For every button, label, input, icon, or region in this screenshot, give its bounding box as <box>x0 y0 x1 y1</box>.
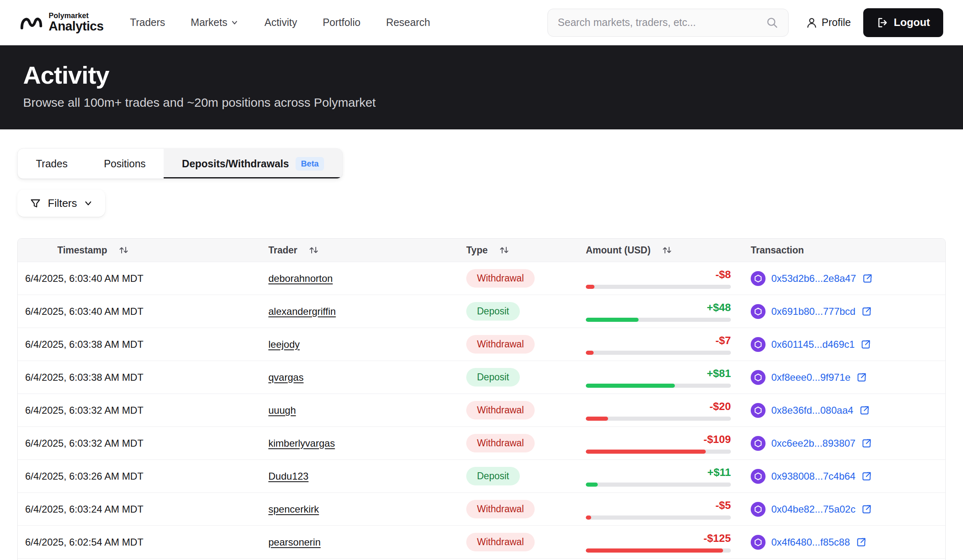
trader-link[interactable]: kimberlyvargas <box>268 438 335 449</box>
external-link-icon[interactable] <box>856 372 867 383</box>
type-badge: Withdrawal <box>466 533 535 551</box>
transaction-cell: 0x53d2b6...2e8a47 <box>751 271 945 286</box>
column-header-type[interactable]: Type <box>466 244 586 256</box>
external-link-icon[interactable] <box>859 405 870 416</box>
sort-icon[interactable] <box>308 244 319 256</box>
column-header-label: Trader <box>268 245 297 256</box>
type-badge: Withdrawal <box>466 500 535 518</box>
filters-button[interactable]: Filters <box>17 190 105 217</box>
nav-item-research[interactable]: Research <box>386 16 430 28</box>
amount-value: -$20 <box>586 400 731 413</box>
sort-icon[interactable] <box>498 244 510 256</box>
nav-item-label: Traders <box>130 16 165 28</box>
search-icon[interactable] <box>766 16 778 29</box>
amount-value: -$5 <box>586 499 731 512</box>
polygon-icon[interactable] <box>751 337 766 352</box>
table-row: 6/4/2025, 6:03:24 AM MDT spencerkirk Wit… <box>18 492 945 525</box>
timestamp-cell: 6/4/2025, 6:03:26 AM MDT <box>25 471 268 482</box>
profile-button[interactable]: Profile <box>806 16 851 28</box>
tab-deposits-withdrawals[interactable]: Deposits/Withdrawals Beta <box>164 149 342 178</box>
trader-link[interactable]: pearsonerin <box>268 537 321 548</box>
page-hero: Activity Browse all 100m+ trades and ~20… <box>0 45 963 129</box>
table-row: 6/4/2025, 6:02:54 AM MDT pearsonerin Wit… <box>18 525 945 558</box>
trader-cell: spencerkirk <box>268 504 466 515</box>
activity-tabs: Trades Positions Deposits/Withdrawals Be… <box>17 148 343 179</box>
polygon-icon[interactable] <box>751 370 766 385</box>
table-row: 6/4/2025, 6:03:32 AM MDT uuugh Withdrawa… <box>18 394 945 426</box>
nav-item-portfolio[interactable]: Portfolio <box>323 16 361 28</box>
transaction-link[interactable]: 0x8e36fd...080aa4 <box>771 405 853 416</box>
transaction-link[interactable]: 0x691b80...777bcd <box>771 306 855 317</box>
trader-link[interactable]: deborahnorton <box>268 273 333 284</box>
trader-link[interactable]: qvargas <box>268 372 303 383</box>
amount-value: +$48 <box>586 301 731 314</box>
type-badge: Withdrawal <box>466 269 535 288</box>
transaction-link[interactable]: 0x04be82...75a02c <box>771 504 855 515</box>
external-link-icon[interactable] <box>860 339 871 350</box>
trader-link[interactable]: alexandergriffin <box>268 306 336 317</box>
external-link-icon[interactable] <box>856 537 867 548</box>
transaction-link[interactable]: 0xf8eee0...9f971e <box>771 372 850 383</box>
type-badge: Deposit <box>466 467 520 485</box>
column-header-transaction[interactable]: Transaction <box>751 245 945 256</box>
transaction-link[interactable]: 0x938008...7c4b64 <box>771 471 855 482</box>
nav-item-activity[interactable]: Activity <box>264 16 297 28</box>
tab-positions[interactable]: Positions <box>86 149 164 178</box>
polygon-icon[interactable] <box>751 535 766 550</box>
amount-cell: +$48 <box>586 301 731 322</box>
transaction-cell: 0x8e36fd...080aa4 <box>751 403 945 418</box>
transaction-cell: 0x4f6480...f85c88 <box>751 535 945 550</box>
polygon-icon[interactable] <box>751 502 766 517</box>
column-header-label: Amount (USD) <box>586 245 651 256</box>
external-link-icon[interactable] <box>861 471 872 482</box>
trader-link[interactable]: uuugh <box>268 405 296 416</box>
column-header-trader[interactable]: Trader <box>268 244 466 256</box>
polygon-icon[interactable] <box>751 304 766 319</box>
logout-button[interactable]: Logout <box>863 8 943 37</box>
table-row-partial <box>18 558 945 560</box>
nav-item-label: Portfolio <box>323 16 361 28</box>
amount-cell: -$20 <box>586 400 731 421</box>
external-link-icon[interactable] <box>861 306 872 317</box>
column-header-timestamp[interactable]: Timestamp <box>25 244 268 256</box>
amount-bar-fill <box>586 450 706 454</box>
tab-trades[interactable]: Trades <box>18 149 86 178</box>
amount-bar-fill <box>586 285 594 289</box>
type-cell: Withdrawal <box>466 434 586 452</box>
brand-logo[interactable]: Polymarket Analytics <box>20 12 103 33</box>
polygon-icon[interactable] <box>751 469 766 484</box>
tab-label: Deposits/Withdrawals <box>182 158 289 170</box>
transaction-link[interactable]: 0x4f6480...f85c88 <box>771 537 850 548</box>
search-box[interactable] <box>547 9 789 37</box>
trader-link[interactable]: leejody <box>268 339 300 350</box>
amount-bar-track <box>586 285 731 289</box>
logout-label: Logout <box>894 16 930 29</box>
transaction-link[interactable]: 0x53d2b6...2e8a47 <box>771 273 856 284</box>
sort-icon[interactable] <box>661 244 673 256</box>
polygon-icon[interactable] <box>751 271 766 286</box>
trader-link[interactable]: Dudu123 <box>268 471 308 482</box>
timestamp-cell: 6/4/2025, 6:03:24 AM MDT <box>25 504 268 515</box>
amount-cell: -$7 <box>586 334 731 355</box>
type-badge: Deposit <box>466 368 520 387</box>
polygon-icon[interactable] <box>751 436 766 451</box>
trader-cell: kimberlyvargas <box>268 438 466 449</box>
brand-line1: Polymarket <box>49 12 103 20</box>
timestamp-cell: 6/4/2025, 6:03:40 AM MDT <box>25 306 268 317</box>
sort-icon[interactable] <box>118 244 129 256</box>
transaction-link[interactable]: 0x601145...d469c1 <box>771 339 855 350</box>
amount-bar-track <box>586 417 731 421</box>
nav-item-markets[interactable]: Markets <box>191 16 239 28</box>
nav-item-traders[interactable]: Traders <box>130 16 165 28</box>
column-header-amount-usd[interactable]: Amount (USD) <box>586 244 751 256</box>
polygon-icon[interactable] <box>751 403 766 418</box>
nav-item-label: Activity <box>264 16 297 28</box>
external-link-icon[interactable] <box>861 438 872 449</box>
amount-value: -$7 <box>586 334 731 347</box>
external-link-icon[interactable] <box>862 273 873 284</box>
search-input[interactable] <box>558 16 760 28</box>
trader-link[interactable]: spencerkirk <box>268 504 319 515</box>
external-link-icon[interactable] <box>861 504 872 515</box>
transaction-link[interactable]: 0xc6ee2b...893807 <box>771 438 855 449</box>
amount-bar-fill <box>586 351 594 355</box>
